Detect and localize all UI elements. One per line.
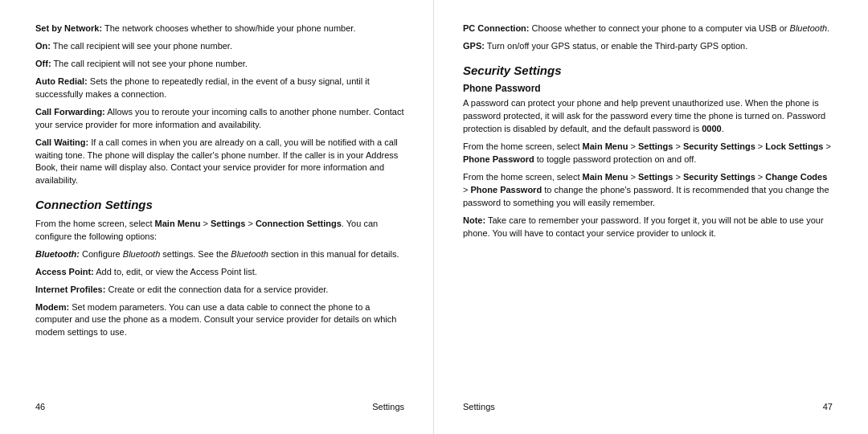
left-footer-label: Settings <box>372 402 404 411</box>
page-container: Set by Network: The network chooses whet… <box>0 0 868 434</box>
pc-connection: PC Connection: Choose whether to connect… <box>463 23 833 35</box>
phone-password-subtitle: Phone Password <box>463 83 833 94</box>
auto-redial: Auto Redial: Sets the phone to repeatedl… <box>35 76 404 101</box>
left-footer: 46 Settings <box>35 395 404 411</box>
access-point: Access Point: Add to, edit, or view the … <box>35 266 404 279</box>
right-page-number: 47 <box>823 402 833 411</box>
off-text: Off: The call recipient will not see you… <box>35 58 404 71</box>
right-content: PC Connection: Choose whether to connect… <box>463 23 833 395</box>
left-page: Set by Network: The network chooses whet… <box>0 0 434 434</box>
right-page: PC Connection: Choose whether to connect… <box>434 0 868 434</box>
call-waiting: Call Waiting: If a call comes in when yo… <box>35 137 404 188</box>
left-content: Set by Network: The network chooses whet… <box>35 23 404 395</box>
change-codes-text: From the home screen, select Main Menu >… <box>463 171 833 210</box>
call-forwarding: Call Forwarding: Allows you to reroute y… <box>35 106 404 132</box>
set-by-network: Set by Network: The network chooses whet… <box>35 23 404 35</box>
internet-profiles: Internet Profiles: Create or edit the co… <box>35 284 404 297</box>
right-footer-label: Settings <box>463 402 495 411</box>
gps-text: GPS: Turn on/off your GPS status, or ena… <box>463 40 833 53</box>
lock-settings-text: From the home screen, select Main Menu >… <box>463 141 833 166</box>
security-settings-title: Security Settings <box>463 63 833 79</box>
left-page-number: 46 <box>35 402 45 411</box>
note-text: Note: Take care to remember your passwor… <box>463 215 833 240</box>
password-intro: A password can protect your phone and he… <box>463 97 833 136</box>
connection-settings-title: Connection Settings <box>35 197 404 213</box>
modem-text: Modem: Set modem parameters. You can use… <box>35 301 404 340</box>
on-text: On: The call recipient will see your pho… <box>35 40 404 53</box>
connection-intro: From the home screen, select Main Menu >… <box>35 218 404 244</box>
bluetooth-text: Bluetooth: Configure Bluetooth settings.… <box>35 248 404 261</box>
right-footer: Settings 47 <box>463 395 833 411</box>
